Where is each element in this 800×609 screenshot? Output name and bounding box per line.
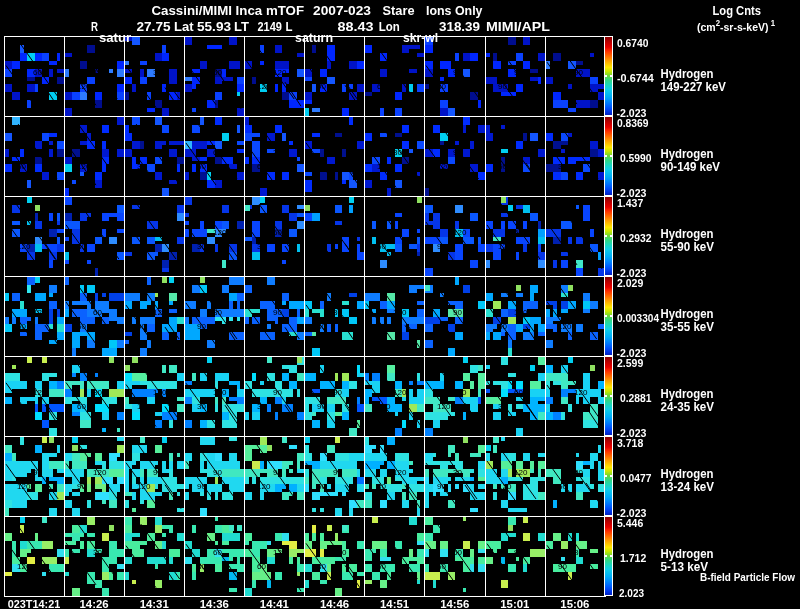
svg-text:90-149 keV: 90-149 keV <box>661 160 721 174</box>
svg-text:90: 90 <box>137 242 146 251</box>
svg-text:30: 30 <box>574 548 583 557</box>
svg-text:30: 30 <box>93 548 102 557</box>
svg-text:14:51: 14:51 <box>380 598 409 609</box>
svg-text:2.599: 2.599 <box>617 357 643 369</box>
svg-text:60: 60 <box>197 162 206 171</box>
svg-text:14:31: 14:31 <box>140 598 169 609</box>
svg-text:120: 120 <box>17 482 31 491</box>
svg-text:60: 60 <box>213 148 222 157</box>
svg-text:30: 30 <box>317 322 326 331</box>
svg-text:120: 120 <box>33 148 47 157</box>
svg-text:90: 90 <box>273 308 282 317</box>
svg-text:60: 60 <box>93 228 102 237</box>
svg-text:30: 30 <box>558 242 567 251</box>
svg-text:120: 120 <box>137 482 151 491</box>
svg-text:30: 30 <box>333 308 342 317</box>
svg-text:0.2932: 0.2932 <box>620 232 652 244</box>
svg-text:60: 60 <box>377 242 386 251</box>
svg-text:90: 90 <box>17 402 26 411</box>
svg-text:120: 120 <box>153 148 167 157</box>
svg-text:0.5990: 0.5990 <box>620 152 652 164</box>
svg-text:B-field Particle Flow: B-field Particle Flow <box>700 571 795 583</box>
svg-text:120: 120 <box>153 228 167 237</box>
svg-text:30: 30 <box>333 148 342 157</box>
svg-text:2007-023: 2007-023 <box>313 3 371 18</box>
svg-text:60: 60 <box>558 482 567 491</box>
svg-text:30: 30 <box>93 388 102 397</box>
svg-text:0.6740: 0.6740 <box>617 37 649 49</box>
svg-text:60: 60 <box>514 228 523 237</box>
svg-text:60: 60 <box>558 402 567 411</box>
svg-text:120: 120 <box>93 68 107 77</box>
svg-text:Ions Only: Ions Only <box>426 3 483 18</box>
svg-text:60: 60 <box>574 308 583 317</box>
svg-text:120: 120 <box>273 68 287 77</box>
svg-text:55.93: 55.93 <box>197 19 231 34</box>
svg-text:120: 120 <box>77 162 91 171</box>
svg-text:skr-wl: skr-wl <box>403 30 438 45</box>
svg-text:90: 90 <box>197 482 206 491</box>
svg-text:90: 90 <box>317 242 326 251</box>
svg-text:120: 120 <box>153 388 167 397</box>
svg-text:0.0477: 0.0477 <box>620 472 652 484</box>
svg-text:120: 120 <box>137 402 151 411</box>
svg-text:60: 60 <box>377 562 386 571</box>
svg-text:88.43: 88.43 <box>338 19 374 34</box>
svg-text:90: 90 <box>514 68 523 77</box>
svg-text:120: 120 <box>257 482 271 491</box>
svg-text:120: 120 <box>514 308 528 317</box>
svg-text:90: 90 <box>558 562 567 571</box>
svg-text:5.446: 5.446 <box>617 517 643 529</box>
svg-text:120: 120 <box>377 402 391 411</box>
svg-text:30: 30 <box>498 562 507 571</box>
svg-text:120: 120 <box>377 322 391 331</box>
svg-text:120: 120 <box>213 228 227 237</box>
svg-text:30: 30 <box>453 468 462 477</box>
svg-text:60: 60 <box>257 562 266 571</box>
svg-text:30: 30 <box>574 468 583 477</box>
svg-text:90: 90 <box>393 228 402 237</box>
svg-text:90: 90 <box>213 468 222 477</box>
svg-text:90: 90 <box>333 468 342 477</box>
svg-text:60: 60 <box>558 82 567 91</box>
svg-text:0.2881: 0.2881 <box>620 392 652 404</box>
svg-text:90: 90 <box>437 242 446 251</box>
svg-text:2.023: 2.023 <box>619 587 644 599</box>
svg-text:2.029: 2.029 <box>617 277 643 289</box>
svg-text:60: 60 <box>273 228 282 237</box>
svg-text:60: 60 <box>17 322 26 331</box>
svg-text:120: 120 <box>137 82 151 91</box>
svg-text:60: 60 <box>77 562 86 571</box>
svg-text:14:36: 14:36 <box>200 598 229 609</box>
svg-text:1.437: 1.437 <box>617 197 643 209</box>
svg-text:Stare: Stare <box>383 3 415 18</box>
svg-text:Lon: Lon <box>379 19 400 34</box>
svg-text:120: 120 <box>93 468 107 477</box>
svg-text:90: 90 <box>317 82 326 91</box>
svg-text:24-35 keV: 24-35 keV <box>661 400 715 414</box>
svg-text:318.39: 318.39 <box>439 19 480 34</box>
svg-text:(cm2-sr-s-keV) 1: (cm2-sr-s-keV) 1 <box>697 18 775 33</box>
svg-text:13-24 keV: 13-24 keV <box>661 480 715 494</box>
svg-text:120: 120 <box>393 308 407 317</box>
svg-text:90: 90 <box>197 322 206 331</box>
svg-text:60: 60 <box>514 388 523 397</box>
svg-text:90: 90 <box>453 148 462 157</box>
svg-text:60: 60 <box>33 68 42 77</box>
svg-text:15:01: 15:01 <box>500 598 529 609</box>
svg-text:satur: satur <box>99 30 131 45</box>
svg-text:30: 30 <box>377 482 386 491</box>
svg-text:30: 30 <box>153 68 162 77</box>
svg-text:90: 90 <box>574 68 583 77</box>
svg-text:Lat: Lat <box>174 19 194 34</box>
svg-text:120: 120 <box>17 242 31 251</box>
svg-text:90: 90 <box>273 388 282 397</box>
svg-text:L: L <box>286 19 293 34</box>
svg-text:30: 30 <box>77 242 86 251</box>
svg-text:30: 30 <box>137 162 146 171</box>
svg-text:2149: 2149 <box>258 19 283 34</box>
svg-text:60: 60 <box>437 322 446 331</box>
svg-text:30: 30 <box>558 162 567 171</box>
svg-text:120: 120 <box>33 388 47 397</box>
svg-text:0.003304: 0.003304 <box>617 312 660 324</box>
